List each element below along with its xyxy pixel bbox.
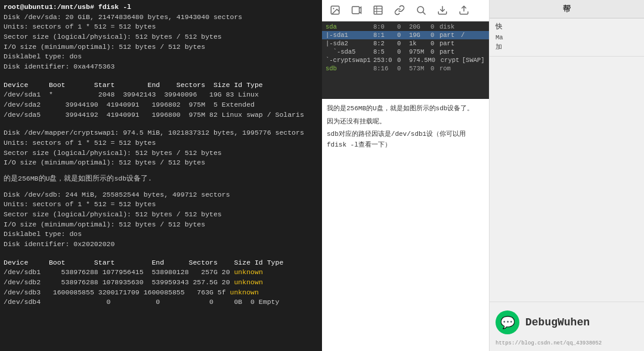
brand-info: DebugWuhen <box>525 316 590 328</box>
right-sidebar: 帮 快 Ma 加 💬 DebugWuhen https://blog.csdn.… <box>489 0 644 351</box>
quick-item-add: 加 <box>496 43 638 52</box>
sda-disklabel: Disklabel type: dos <box>4 52 318 62</box>
link-icon[interactable] <box>391 2 408 19</box>
quick-item-ma: Ma <box>496 33 638 43</box>
sda-disk-line: Disk /dev/sda: 20 GiB, 21474836480 bytes… <box>4 13 318 23</box>
sdb1-row: /dev/sdb1 538976288 1077956415 538980128… <box>4 268 318 278</box>
sdb-disklabel: Disklabel type: dos <box>4 229 318 240</box>
sda-table-header: Device Boot Start End Sectors Size Id Ty… <box>4 80 318 91</box>
sda-disk-id: Disk identifier: 0xa4475363 <box>4 62 318 72</box>
sidebar-title: 帮 <box>490 0 644 18</box>
sdb2-row: /dev/sdb2 538976288 1078935630 539959343… <box>4 278 318 288</box>
file-manager: sda 8:0 0 20G 0 disk |-sda1 8:1 0 19G 0 … <box>322 21 489 99</box>
middle-panel: sda 8:0 0 20G 0 disk |-sda1 8:1 0 19G 0 … <box>322 0 489 351</box>
svg-point-7 <box>417 7 424 13</box>
brand-area: 💬 DebugWuhen <box>490 302 644 338</box>
text-para3: sdb对应的路径因该是/dev/sdb1设（你可以用fdisk -l查看一下） <box>327 129 484 150</box>
cryptswap-disk: Disk /dev/mapper/cryptswap1: 974.5 MiB, … <box>4 128 318 138</box>
sidebar-section-quick: 快 Ma 加 <box>490 18 644 57</box>
quick-section-title: 快 <box>496 22 638 31</box>
image-icon[interactable] <box>327 2 343 19</box>
sdb-units: Units: sectors of 1 * 512 = 512 bytes <box>4 200 318 210</box>
export-icon[interactable] <box>456 2 472 19</box>
command-line: root@ubuntu1:/mnt/usb# fdisk -l <box>4 2 318 13</box>
sda-sector-size: Sector size (logical/physical): 512 byte… <box>4 32 318 42</box>
svg-line-8 <box>423 12 425 14</box>
file-row-sda5: `-sda5 8:5 0 975M 0 part <box>322 48 489 56</box>
search-icon[interactable] <box>413 2 429 19</box>
file-row-cryptswap: `-cryptswap1 253:0 0 974.5M 0 crypt [SWA… <box>322 56 489 64</box>
sda5-row: /dev/sda5 39944192 41940991 1996800 975M… <box>4 110 318 120</box>
import-icon[interactable] <box>434 2 451 19</box>
svg-rect-2 <box>352 7 360 14</box>
sda-io-size: I/O size (minimum/optimal): 512 bytes / … <box>4 42 318 52</box>
cryptswap-io-size: I/O size (minimum/optimal): 512 bytes / … <box>4 158 318 168</box>
sdb-table-header: Device Boot Start End Sectors Size Id Ty… <box>4 258 318 268</box>
sda2-row: /dev/sda2 39944190 41940991 1996802 975M… <box>4 100 318 110</box>
top-toolbar <box>322 0 489 21</box>
sdb-sector-size: Sector size (logical/physical): 512 byte… <box>4 210 318 220</box>
sdb3-row: /dev/sdb3 1600085855 3200171709 16000858… <box>4 288 318 298</box>
text-content: 我的是256MB的U盘，就是如图所示的sdb设备了。 因为还没有挂载呢。 sdb… <box>322 99 489 351</box>
sdb-disk-id: Disk identifier: 0x20202020 <box>4 240 318 250</box>
terminal-panel: root@ubuntu1:/mnt/usb# fdisk -l Disk /de… <box>0 0 322 351</box>
brand-url: https://blog.csdn.net/qq_43938052 <box>496 340 638 346</box>
cryptswap-sector-size: Sector size (logical/physical): 512 byte… <box>4 148 318 159</box>
brand-url-area: https://blog.csdn.net/qq_43938052 <box>490 338 644 351</box>
brand-name: DebugWuhen <box>525 316 590 328</box>
svg-point-1 <box>333 8 334 9</box>
file-row-sda2: |-sda2 8:2 0 1k 0 part <box>322 39 489 48</box>
icon-group <box>327 2 472 19</box>
sda-units: Units: sectors of 1 * 512 = 512 bytes <box>4 22 318 32</box>
cryptswap-units: Units: sectors of 1 * 512 = 512 bytes <box>4 138 318 148</box>
sdb-disk: Disk /dev/sdb: 244 MiB, 255852544 bytes,… <box>4 190 318 200</box>
video-icon[interactable] <box>348 2 365 19</box>
file-row-sdb: sdb 8:16 0 573M 0 rom <box>322 64 489 73</box>
file-row-sda: sda 8:0 0 20G 0 disk <box>322 23 489 31</box>
sda1-row: /dev/sda1 * 2048 39942143 39940096 19G 8… <box>4 90 318 100</box>
table-icon[interactable] <box>370 2 386 19</box>
brand-icon: 💬 <box>496 310 519 334</box>
text-para2: 因为还没有挂载呢。 <box>327 117 484 128</box>
text-para1: 我的是256MB的U盘，就是如图所示的sdb设备了。 <box>327 104 484 114</box>
sdb-io-size: I/O size (minimum/optimal): 512 bytes / … <box>4 220 318 230</box>
svg-rect-3 <box>374 6 382 14</box>
sdb4-row: /dev/sdb4 0 0 0 0B 0 Empty <box>4 297 318 307</box>
note1: 的是256MB的U盘，就是如图所示的sdb设备了. <box>4 174 318 184</box>
file-row-sda1[interactable]: |-sda1 8:1 0 19G 0 part / <box>322 31 489 39</box>
